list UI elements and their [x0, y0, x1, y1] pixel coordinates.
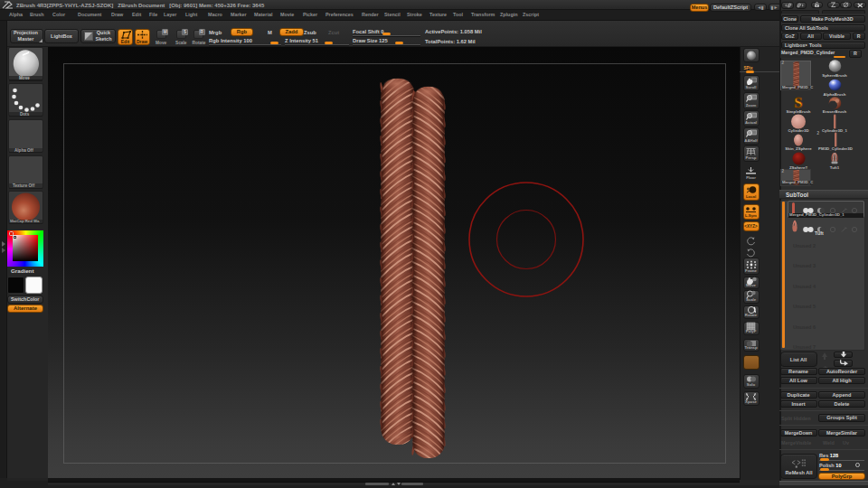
- svg-text:S: S: [794, 97, 802, 110]
